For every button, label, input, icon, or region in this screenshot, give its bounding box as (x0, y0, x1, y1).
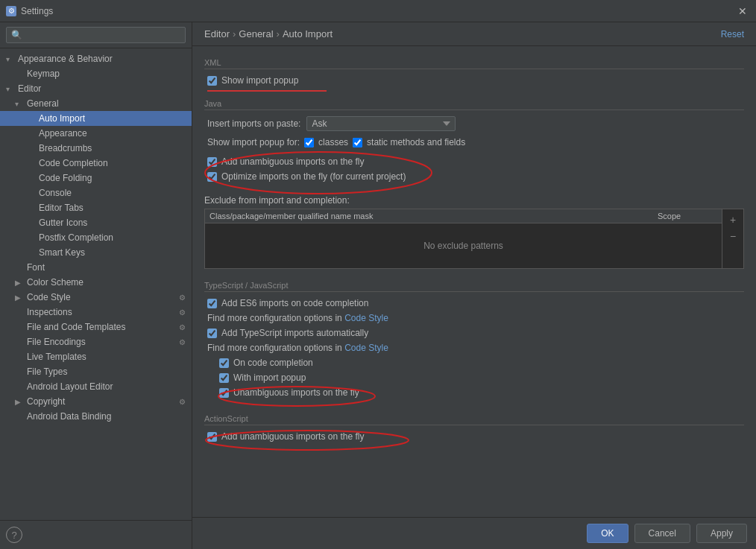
sidebar-item-label: Android Data Binding (27, 411, 111, 422)
sidebar-item-label: File Types (27, 366, 67, 377)
sidebar-item-gutter-icons[interactable]: ▶ Gutter Icons (0, 215, 192, 230)
exclude-table-header: Class/package/member qualified name mask… (205, 209, 722, 223)
sidebar-item-label: General (27, 98, 59, 109)
sidebar-item-code-style[interactable]: ▶ Code Style ⚙ (0, 290, 192, 305)
sidebar-item-color-scheme[interactable]: ▶ Color Scheme (0, 275, 192, 290)
sidebar-item-appearance[interactable]: ▶ Appearance (0, 126, 192, 141)
on-code-completion-label[interactable]: On code completion (233, 358, 313, 368)
sidebar-item-smart-keys[interactable]: ▶ Smart Keys (0, 245, 192, 260)
code-style-link-1[interactable]: Code Style (344, 313, 388, 323)
add-es6-row: Add ES6 imports on code completion (204, 298, 744, 308)
find-more-text-1: Find more configuration options in (207, 313, 342, 323)
xml-section-label: XML (204, 58, 744, 69)
ok-button[interactable]: OK (587, 524, 628, 543)
sidebar-item-code-folding[interactable]: ▶ Code Folding (0, 171, 192, 185)
sidebar-item-code-completion[interactable]: ▶ Code Completion (0, 156, 192, 171)
static-checkbox[interactable] (353, 138, 362, 147)
actionscript-section: ActionScript Add unambiguous imports on … (204, 414, 744, 446)
exclude-table: Class/package/member qualified name mask… (205, 209, 722, 268)
bottom-buttons: OK Cancel Apply (587, 524, 747, 543)
sidebar-item-label: File Encodings (27, 337, 86, 347)
static-label[interactable]: static methods and fields (367, 137, 465, 147)
unambiguous-ts-row: Unambiguous imports on the fly (204, 387, 359, 398)
sidebar-item-inspections[interactable]: ▶ Inspections ⚙ (0, 305, 192, 320)
java-section-label: Java (204, 99, 744, 110)
sidebar-item-copyright[interactable]: ▶ Copyright ⚙ (0, 394, 192, 409)
classes-checkbox[interactable] (304, 138, 314, 147)
sidebar-item-file-encodings[interactable]: ▶ File Encodings ⚙ (0, 334, 192, 349)
optimize-imports-label[interactable]: Optimize imports on the fly (for current… (221, 171, 406, 182)
classes-label[interactable]: classes (318, 137, 348, 147)
add-es6-checkbox[interactable] (207, 299, 217, 308)
sidebar-item-editor-tabs[interactable]: ▶ Editor Tabs (0, 200, 192, 215)
show-import-popup-row: Show import popup for: classes static me… (204, 137, 744, 147)
main-layout: ▾ Appearance & Behavior ▶ Keymap ▾ Edito… (0, 22, 756, 549)
unambiguous-ts-label[interactable]: Unambiguous imports on the fly (233, 387, 359, 398)
code-style-link-2[interactable]: Code Style (344, 343, 388, 353)
sidebar-item-label: Android Layout Editor (27, 381, 113, 392)
sidebar-item-label: Editor Tabs (39, 203, 84, 213)
cancel-button[interactable]: Cancel (634, 524, 690, 543)
add-unambiguous-label[interactable]: Add unambiguous imports on the fly (221, 156, 364, 167)
help-button[interactable]: ? (6, 527, 22, 543)
reset-button[interactable]: Reset (721, 29, 744, 39)
search-input[interactable] (6, 27, 186, 43)
sidebar-item-breadcrumbs[interactable]: ▶ Breadcrumbs (0, 141, 192, 156)
optimize-imports-checkbox[interactable] (207, 172, 217, 182)
insert-imports-label: Insert imports on paste: (207, 118, 300, 129)
with-import-popup-checkbox[interactable] (219, 373, 229, 383)
window-title: Settings (21, 6, 53, 16)
on-code-completion-checkbox[interactable] (219, 358, 229, 368)
add-unambiguous-checkbox[interactable] (207, 157, 217, 167)
exclude-table-body: No exclude patterns (205, 223, 722, 268)
sidebar-item-label: Code Folding (39, 173, 92, 183)
sidebar-item-postfix-completion[interactable]: ▶ Postfix Completion (0, 230, 192, 245)
sidebar-item-auto-import[interactable]: ▶ Auto Import (0, 111, 192, 126)
sidebar-item-label: Keymap (27, 69, 60, 79)
sidebar-item-console[interactable]: ▶ Console (0, 185, 192, 200)
no-patterns-text: No exclude patterns (423, 241, 503, 251)
add-es6-label[interactable]: Add ES6 imports on code completion (221, 298, 368, 308)
sidebar-item-label: Gutter Icons (39, 218, 87, 228)
show-import-text: Show import popup for: (207, 137, 300, 147)
sidebar-item-label: Appearance & Behavior (18, 54, 113, 64)
add-typescript-checkbox[interactable] (207, 329, 217, 338)
actionscript-unambiguous-label[interactable]: Add unambiguous imports on the fly (221, 431, 364, 442)
xml-show-import-checkbox[interactable] (207, 76, 217, 86)
arrow-icon: ▶ (15, 279, 24, 287)
unambiguous-ts-checkbox[interactable] (219, 388, 229, 398)
sidebar-item-font[interactable]: ▶ Font (0, 260, 192, 275)
sidebar-item-keymap[interactable]: ▶ Keymap (0, 66, 192, 81)
apply-button[interactable]: Apply (696, 524, 747, 543)
content-header: Editor › General › Auto Import Reset (192, 22, 756, 46)
add-exclude-button[interactable]: + (725, 212, 740, 227)
xml-show-import-label[interactable]: Show import popup (221, 75, 298, 86)
insert-imports-row: Insert imports on paste: Ask Always Neve… (204, 116, 744, 131)
sidebar-item-android-layout-editor[interactable]: ▶ Android Layout Editor (0, 379, 192, 394)
add-typescript-label[interactable]: Add TypeScript imports automatically (221, 328, 368, 338)
sidebar-item-live-templates[interactable]: ▶ Live Templates (0, 349, 192, 364)
sidebar-item-editor[interactable]: ▾ Editor (0, 81, 192, 96)
actionscript-unambiguous-checkbox[interactable] (207, 432, 217, 442)
search-box (0, 22, 192, 48)
settings-icon: ⚙ (179, 398, 186, 406)
exclude-buttons: + − (722, 209, 743, 268)
sidebar-tree: ▾ Appearance & Behavior ▶ Keymap ▾ Edito… (0, 48, 192, 520)
sidebar-item-label: Auto Import (39, 113, 85, 124)
sidebar: ▾ Appearance & Behavior ▶ Keymap ▾ Edito… (0, 22, 192, 549)
settings-icon: ⚙ (179, 293, 186, 302)
with-import-popup-label[interactable]: With import popup (233, 372, 306, 383)
sidebar-item-file-types[interactable]: ▶ File Types (0, 364, 192, 379)
close-button[interactable]: ✕ (735, 4, 750, 19)
insert-imports-select[interactable]: Ask Always Never (306, 116, 456, 131)
arrow-icon: ▾ (6, 85, 15, 93)
settings-icon: ⚙ (179, 338, 186, 346)
annotated-java-section: Add unambiguous imports on the fly Optim… (204, 153, 744, 189)
sidebar-item-general[interactable]: ▾ General (0, 96, 192, 111)
sidebar-item-file-and-code-templates[interactable]: ▶ File and Code Templates ⚙ (0, 320, 192, 334)
sidebar-item-android-data-binding[interactable]: ▶ Android Data Binding (0, 409, 192, 424)
remove-exclude-button[interactable]: − (725, 229, 740, 244)
sidebar-item-appearance-behavior[interactable]: ▾ Appearance & Behavior (0, 51, 192, 66)
sidebar-item-label: Code Completion (39, 158, 108, 168)
sidebar-item-label: Code Style (27, 292, 71, 302)
